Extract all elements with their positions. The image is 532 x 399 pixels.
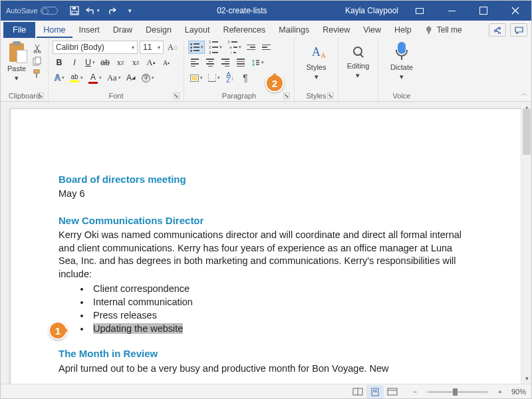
heading-board: Board of directors meeting: [59, 173, 473, 186]
save-icon[interactable]: [66, 3, 83, 19]
qat-customize[interactable]: ▾: [122, 3, 139, 19]
multilevel-list-button[interactable]: 1ai▾: [225, 41, 242, 54]
align-left-button[interactable]: [188, 56, 201, 69]
underline-button[interactable]: U▾: [83, 56, 96, 69]
paste-button[interactable]: Paste ▾: [5, 41, 29, 84]
increase-indent-button[interactable]: [260, 41, 273, 54]
tab-help[interactable]: Help: [388, 22, 418, 38]
line-spacing-button[interactable]: ▾: [249, 56, 265, 69]
zoom-out-button[interactable]: −: [406, 385, 424, 398]
tab-home[interactable]: Home: [37, 22, 72, 38]
text-effects-button[interactable]: A▾: [53, 71, 66, 84]
web-layout-view[interactable]: [384, 385, 401, 398]
callout-2: 2: [265, 74, 284, 92]
subscript-button[interactable]: x2: [114, 56, 127, 69]
clear-formatting-button[interactable]: A◇: [166, 41, 180, 54]
zoom-in-button[interactable]: +: [491, 385, 509, 398]
minimize-button[interactable]: [437, 1, 466, 21]
collapse-ribbon-button[interactable]: ︿: [521, 89, 527, 98]
tab-mailings[interactable]: Mailings: [272, 22, 316, 38]
paragraph-month-review: April turned out to be a very busy and p…: [59, 362, 473, 376]
scroll-down-arrow[interactable]: ▾: [521, 373, 531, 384]
document-area: Board of directors meeting May 6 New Com…: [1, 102, 531, 384]
selected-text: Updating the website: [93, 323, 183, 334]
shading-button[interactable]: ▾: [188, 71, 204, 84]
font-launcher[interactable]: ⬊: [173, 92, 180, 99]
dictate-button[interactable]: Dictate▾: [388, 41, 416, 82]
cut-button[interactable]: [31, 43, 43, 54]
tab-design[interactable]: Design: [139, 22, 178, 38]
styles-icon: A: [307, 42, 327, 62]
italic-button[interactable]: I: [68, 56, 81, 69]
redo-button[interactable]: [103, 3, 120, 19]
shrink-font-button[interactable]: A▾: [160, 56, 173, 69]
font-family-combo[interactable]: Calibri (Body)▾: [53, 41, 138, 54]
bold-button[interactable]: B: [53, 56, 66, 69]
justify-button[interactable]: [234, 56, 247, 69]
editing-button[interactable]: Editing▾: [344, 41, 372, 81]
autosave-toggle[interactable]: AutoSave: [6, 7, 58, 15]
paragraph-director: Kerry Oki was named communications direc…: [59, 229, 473, 281]
tab-draw[interactable]: Draw: [106, 22, 139, 38]
highlight-color-button[interactable]: ab▾: [68, 71, 84, 84]
find-icon: [353, 42, 362, 61]
tab-insert[interactable]: Insert: [72, 22, 106, 38]
print-layout-view[interactable]: [366, 385, 384, 398]
callout-1: 1: [49, 321, 67, 340]
tab-file[interactable]: File: [3, 22, 35, 38]
tab-layout[interactable]: Layout: [178, 22, 217, 38]
superscript-button[interactable]: x2: [129, 56, 142, 69]
align-center-button[interactable]: [203, 56, 217, 69]
bullets-button[interactable]: ▾: [188, 41, 205, 54]
user-name[interactable]: Kayla Claypool: [345, 6, 398, 15]
show-paragraph-marks-button[interactable]: ¶: [239, 71, 252, 84]
undo-button[interactable]: ▾: [84, 3, 102, 19]
date-line: May 6: [59, 188, 473, 201]
sort-button[interactable]: AZ↓: [223, 71, 237, 84]
decrease-indent-button[interactable]: [245, 41, 258, 54]
voice-group-label: Voice: [393, 92, 411, 100]
styles-button[interactable]: A Styles▾: [304, 41, 329, 82]
zoom-level[interactable]: 90%: [511, 388, 526, 396]
styles-group-label: Styles: [307, 92, 327, 100]
tab-view[interactable]: View: [356, 22, 388, 38]
heading-director: New Communications Director: [59, 214, 473, 227]
comments-button[interactable]: [510, 23, 527, 37]
font-size-combo[interactable]: 11▾: [140, 41, 164, 54]
vertical-scrollbar[interactable]: ▴ ▾: [521, 102, 531, 384]
character-shading-button[interactable]: A◢: [124, 71, 138, 84]
ribbon-display-options[interactable]: [405, 1, 434, 21]
enclose-characters-button[interactable]: 字▾: [140, 71, 156, 84]
zoom-slider[interactable]: [428, 391, 487, 393]
format-painter-button[interactable]: [31, 68, 43, 79]
numbering-button[interactable]: 123▾: [207, 41, 223, 54]
close-button[interactable]: [501, 1, 530, 21]
tell-me-search[interactable]: Tell me: [418, 22, 469, 38]
svg-rect-2: [72, 7, 76, 9]
heading-month-review: The Month in Review: [59, 347, 473, 360]
strikethrough-button[interactable]: ab: [98, 56, 112, 69]
list-item: Press releases: [90, 309, 473, 322]
status-bar: − + 90%: [1, 384, 531, 399]
font-color-button[interactable]: A▾: [86, 71, 103, 84]
clipboard-launcher[interactable]: ⬊: [37, 92, 44, 99]
document-page[interactable]: Board of directors meeting May 6 New Com…: [10, 108, 522, 384]
ribbon: Paste ▾ Clipboard⬊ Calibri (Body)▾ 11▾ A…: [1, 38, 531, 102]
responsibilities-list: Client correspondence Internal communica…: [59, 282, 473, 335]
paragraph-launcher[interactable]: ⬊: [283, 92, 290, 99]
tab-references[interactable]: References: [216, 22, 272, 38]
svg-rect-1: [72, 11, 77, 14]
clipboard-group-label: Clipboard: [9, 92, 40, 100]
share-button[interactable]: [489, 23, 506, 37]
grow-font-button[interactable]: A▴: [144, 56, 158, 69]
scrollbar-thumb[interactable]: [523, 108, 531, 155]
read-mode-view[interactable]: [349, 385, 366, 398]
tab-review[interactable]: Review: [316, 22, 356, 38]
styles-launcher[interactable]: ⬊: [327, 92, 334, 99]
change-case-button[interactable]: Aa▾: [105, 71, 122, 84]
align-right-button[interactable]: [219, 56, 232, 69]
svg-rect-14: [388, 388, 397, 395]
maximize-button[interactable]: [469, 1, 498, 21]
copy-button[interactable]: [31, 56, 43, 66]
borders-button[interactable]: ▾: [206, 71, 221, 84]
